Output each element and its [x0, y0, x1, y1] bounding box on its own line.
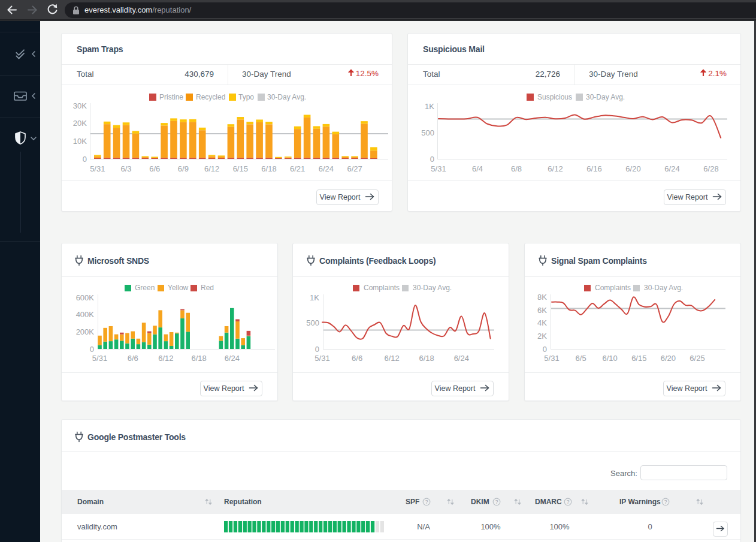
svg-text:?: ?: [495, 499, 498, 505]
svg-text:?: ?: [567, 499, 570, 505]
svg-text:?: ?: [664, 499, 667, 505]
svg-text:?: ?: [425, 499, 428, 505]
